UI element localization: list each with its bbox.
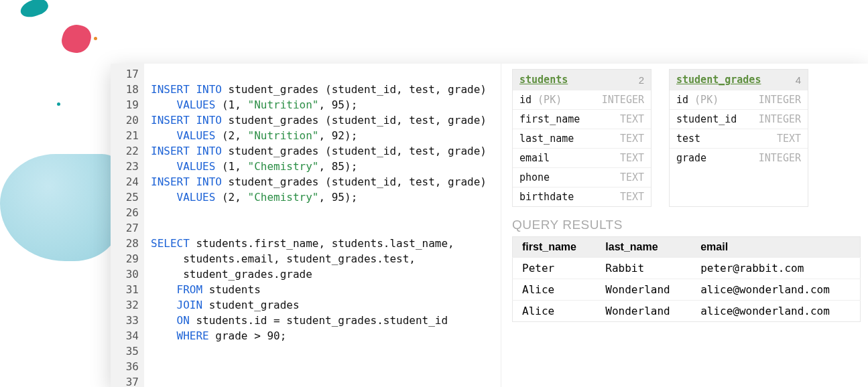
results-header-cell: email <box>691 237 860 258</box>
schema-column-row: phoneTEXT <box>513 167 651 187</box>
line-number: 23 <box>111 159 139 174</box>
code-line[interactable]: ON students.id = student_grades.student_… <box>151 313 487 328</box>
table-row: AliceWonderlandalice@wonderland.com <box>513 279 861 301</box>
decorative-dot <box>57 102 60 106</box>
schema-column-row: emailTEXT <box>513 148 651 167</box>
line-number: 21 <box>111 128 139 143</box>
code-line[interactable]: JOIN student_grades <box>151 297 487 313</box>
schema-column-row: gradeINTEGER <box>670 148 808 167</box>
schema-column-type: TEXT <box>620 133 644 145</box>
code-line[interactable]: VALUES (1, "Nutrition", 95); <box>151 97 487 112</box>
schema-column-name: email <box>519 152 550 164</box>
code-line[interactable]: FROM students <box>151 282 487 297</box>
schema-column-type: INTEGER <box>759 152 801 164</box>
code-line[interactable] <box>151 66 487 82</box>
table-cell: Wonderland <box>596 301 691 322</box>
table-cell: Alice <box>513 279 597 301</box>
schema-header: students2 <box>513 70 651 90</box>
schema-table: student_grades4id (PK)INTEGERstudent_idI… <box>669 69 808 207</box>
schema-column-row: last_nameTEXT <box>513 129 651 148</box>
schema-table: students2id (PK)INTEGERfirst_nameTEXTlas… <box>512 69 652 207</box>
schema-column-type: TEXT <box>620 113 644 125</box>
schema-column-type: TEXT <box>620 152 644 164</box>
schema-column-row: id (PK)INTEGER <box>513 90 651 109</box>
decorative-blob-teal <box>18 0 50 20</box>
line-number: 20 <box>111 112 139 128</box>
schema-column-name: first_name <box>519 113 580 125</box>
line-number: 35 <box>111 343 139 359</box>
code-line[interactable]: VALUES (2, "Chemistry", 95); <box>151 189 487 205</box>
line-number: 18 <box>111 82 139 97</box>
code-line[interactable]: WHERE grade > 90; <box>151 328 487 343</box>
schema-column-name: phone <box>519 171 550 183</box>
code-line[interactable]: students.email, student_grades.test, <box>151 251 487 266</box>
schema-column-row: testTEXT <box>670 129 808 148</box>
table-cell: peter@rabbit.com <box>691 258 860 279</box>
table-row: PeterRabbitpeter@rabbit.com <box>513 258 861 279</box>
line-number: 26 <box>111 205 139 220</box>
query-results-table: first_namelast_nameemailPeterRabbitpeter… <box>512 236 861 322</box>
schema-column-name: id (PK) <box>676 94 719 106</box>
line-number: 24 <box>111 174 139 189</box>
line-number: 22 <box>111 143 139 159</box>
code-editor[interactable]: 1718192021222324252627282930313233343536… <box>111 64 501 387</box>
line-number: 30 <box>111 266 139 282</box>
line-number: 27 <box>111 220 139 236</box>
schema-column-name: last_name <box>519 133 574 145</box>
line-number: 31 <box>111 282 139 297</box>
schema-column-name: test <box>676 133 700 145</box>
table-cell: alice@wonderland.com <box>691 279 860 301</box>
query-results-title: QUERY RESULTS <box>501 211 868 236</box>
table-cell: Peter <box>513 258 597 279</box>
code-line[interactable] <box>151 359 487 374</box>
code-area[interactable]: INSERT INTO student_grades (student_id, … <box>144 64 492 387</box>
code-line[interactable]: VALUES (2, "Nutrition", 92); <box>151 128 487 143</box>
code-line[interactable]: SELECT students.first_name, students.las… <box>151 236 487 251</box>
line-number: 36 <box>111 359 139 374</box>
schema-column-type: INTEGER <box>759 94 801 106</box>
code-line[interactable]: INSERT INTO student_grades (student_id, … <box>151 112 487 128</box>
code-line[interactable]: INSERT INTO student_grades (student_id, … <box>151 82 487 97</box>
decorative-blob-pink <box>59 21 93 56</box>
line-number: 34 <box>111 328 139 343</box>
ide-panel: 1718192021222324252627282930313233343536… <box>111 64 868 387</box>
schema-row-count: 4 <box>796 74 801 86</box>
code-line[interactable] <box>151 374 487 387</box>
code-line[interactable] <box>151 343 487 359</box>
line-number: 32 <box>111 297 139 313</box>
schema-column-type: TEXT <box>620 191 644 203</box>
results-header-cell: last_name <box>596 237 691 258</box>
table-cell: Rabbit <box>596 258 691 279</box>
schema-column-row: student_idINTEGER <box>670 109 808 129</box>
schema-column-name: id (PK) <box>519 94 562 106</box>
results-header-row: first_namelast_nameemail <box>513 237 861 258</box>
schema-column-type: TEXT <box>777 133 801 145</box>
line-number-gutter: 1718192021222324252627282930313233343536… <box>111 64 144 387</box>
schema-column-name: student_id <box>676 113 737 125</box>
schema-column-type: TEXT <box>620 171 644 183</box>
schema-table-name-link[interactable]: student_grades <box>676 74 761 86</box>
schema-column-name: grade <box>676 152 706 164</box>
code-line[interactable]: INSERT INTO student_grades (student_id, … <box>151 174 487 189</box>
code-line[interactable]: student_grades.grade <box>151 266 487 282</box>
schema-column-type: INTEGER <box>759 113 801 125</box>
schema-column-type: INTEGER <box>602 94 644 106</box>
table-row: AliceWonderlandalice@wonderland.com <box>513 301 861 322</box>
line-number: 37 <box>111 374 139 387</box>
code-line[interactable]: INSERT INTO student_grades (student_id, … <box>151 143 487 159</box>
schema-header: student_grades4 <box>670 70 808 90</box>
code-line[interactable] <box>151 220 487 236</box>
line-number: 19 <box>111 97 139 112</box>
schema-list: students2id (PK)INTEGERfirst_nameTEXTlas… <box>501 64 868 211</box>
schema-row-count: 2 <box>639 74 644 86</box>
line-number: 25 <box>111 189 139 205</box>
schema-column-row: id (PK)INTEGER <box>670 90 808 109</box>
schema-column-name: birthdate <box>519 191 574 203</box>
code-line[interactable]: VALUES (1, "Chemistry", 85); <box>151 159 487 174</box>
table-cell: Alice <box>513 301 597 322</box>
schema-table-name-link[interactable]: students <box>519 74 568 86</box>
schema-column-row: birthdateTEXT <box>513 187 651 206</box>
results-panel: students2id (PK)INTEGERfirst_nameTEXTlas… <box>501 64 868 387</box>
code-line[interactable] <box>151 205 487 220</box>
decorative-dot <box>94 37 97 40</box>
